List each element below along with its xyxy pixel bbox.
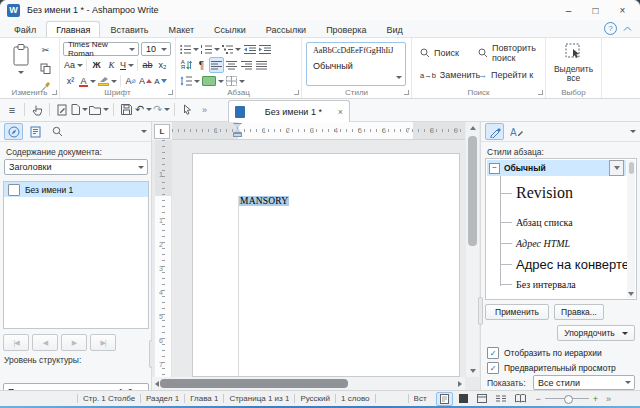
document-page[interactable]: MANSORY	[192, 153, 460, 377]
character-styles-icon[interactable]: A	[507, 123, 526, 140]
undo-button[interactable]: ↶	[135, 101, 152, 118]
item-checkbox[interactable]	[8, 184, 20, 196]
style-dropdown-button[interactable]	[609, 160, 624, 176]
styles-list-scrollbar[interactable]	[627, 160, 635, 298]
style-item[interactable]: Адрес на конверте	[500, 257, 629, 272]
content-filter-select[interactable]: Заголовки	[4, 159, 148, 175]
style-item[interactable]: Без интервала	[500, 279, 576, 290]
replace-button[interactable]: a→b Заменить	[420, 67, 480, 83]
vertical-ruler[interactable]: 1 1 2 3 4 5 6 7	[155, 140, 172, 377]
tab-file[interactable]: Файл	[4, 21, 46, 37]
align-right-button[interactable]	[239, 57, 254, 73]
copy-button[interactable]	[38, 60, 53, 76]
vertical-scroll-thumb[interactable]	[468, 136, 477, 246]
paste-button[interactable]	[8, 43, 34, 83]
list-item[interactable]: Без имени 1	[4, 182, 148, 197]
document-map-icon[interactable]	[26, 123, 45, 140]
select-all-button[interactable]: Выделитьвсе	[546, 43, 601, 83]
toolbar-more-icon[interactable]: »	[196, 101, 212, 118]
view-fullscreen-icon[interactable]	[455, 392, 472, 406]
preview-checkbox[interactable]: ✓	[487, 362, 499, 374]
pointer-tool-icon[interactable]	[179, 101, 195, 118]
bullet-list-button[interactable]	[179, 41, 200, 57]
touch-mode-icon[interactable]	[29, 101, 45, 118]
styles-options-chevron[interactable]	[630, 130, 636, 133]
selected-document-text[interactable]: MANSORY	[239, 196, 289, 206]
tab-review[interactable]: Проверка	[316, 21, 376, 37]
style-gallery[interactable]: AaBbCcDdEeFfGgHhIiJj Обычный	[306, 42, 406, 86]
paragraph-styles-list[interactable]: − Обычный Revision Абзац списка Адрес HT…	[485, 158, 637, 300]
superscript-button[interactable]: x²	[63, 73, 78, 89]
arrange-styles-button[interactable]: Упорядочить	[557, 325, 635, 341]
highlight-color-button[interactable]	[97, 73, 118, 89]
collapse-ribbon-icon[interactable]	[623, 26, 632, 32]
zoom-in-button[interactable]: +	[593, 394, 598, 404]
status-word-count[interactable]: 1 слово	[341, 394, 370, 403]
panel-options-chevron[interactable]	[141, 130, 147, 133]
close-button[interactable]: ×	[609, 1, 636, 20]
edit-style-button[interactable]: Правка...	[554, 304, 604, 320]
styles-scroll-down-icon[interactable]	[628, 292, 634, 296]
tab-home[interactable]: Главная	[46, 21, 100, 37]
document-canvas[interactable]: MANSORY	[172, 140, 465, 377]
paste-dropdown-chevron[interactable]	[18, 71, 24, 74]
apply-style-button[interactable]: Применить	[485, 304, 549, 320]
align-center-button[interactable]	[224, 57, 239, 73]
scroll-right-icon[interactable]	[455, 378, 465, 390]
numbered-list-button[interactable]	[200, 41, 221, 57]
navigator-compass-icon[interactable]	[4, 123, 23, 140]
tab-insert[interactable]: Вставить	[100, 21, 158, 37]
subscript-button[interactable]: x₂	[155, 57, 170, 73]
status-page[interactable]: Страница 1 из 1	[229, 394, 289, 403]
minimize-button[interactable]: –	[555, 1, 582, 20]
zoom-slider[interactable]	[545, 398, 589, 399]
indent-markers[interactable]	[232, 123, 244, 138]
tree-collapse-icon[interactable]: −	[489, 163, 500, 174]
show-formatting-marks-button[interactable]: ¶	[194, 57, 209, 73]
status-section[interactable]: Раздел 1	[146, 394, 179, 403]
horizontal-ruler[interactable]: 1 1 2 3 4 5 6 7 8 9	[172, 122, 465, 140]
zoom-out-button[interactable]: −	[536, 394, 541, 404]
main-menu-icon[interactable]: ≡	[4, 101, 20, 118]
hierarchy-checkbox-row[interactable]: ✓ Отобразить по иерархии	[487, 347, 602, 359]
preview-checkbox-row[interactable]: ✓ Предварительный просмотр	[487, 362, 616, 374]
nav-first-button[interactable]: |◀	[3, 334, 29, 351]
font-size-select[interactable]: 10	[141, 42, 171, 56]
style-gallery-chevron[interactable]	[396, 76, 402, 79]
nav-last-button[interactable]: ▶|	[90, 334, 116, 351]
tab-view[interactable]: Вид	[376, 21, 412, 37]
view-page-layout-icon[interactable]	[436, 392, 453, 406]
status-language[interactable]: Русский	[300, 394, 330, 403]
panel-search-icon[interactable]	[48, 123, 67, 140]
styles-dialog-launcher-icon[interactable]	[404, 90, 409, 95]
open-document-button[interactable]	[89, 101, 109, 118]
hierarchy-checkbox[interactable]: ✓	[487, 347, 499, 359]
change-case-button[interactable]: Aa	[63, 57, 84, 73]
paragraph-dialog-launcher-icon[interactable]	[294, 90, 299, 95]
shrink-font-button[interactable]: А	[153, 73, 168, 89]
vertical-scrollbar[interactable]	[466, 122, 479, 377]
paragraph-styles-icon[interactable]	[485, 123, 504, 140]
decrease-indent-button[interactable]	[242, 41, 257, 57]
help-icon[interactable]: ?	[604, 22, 617, 35]
tab-stop-selector[interactable]: L	[154, 124, 170, 139]
edit-mode-icon[interactable]	[54, 101, 70, 118]
horizontal-scroll-thumb[interactable]	[160, 379, 348, 388]
zoom-slider-knob[interactable]	[564, 395, 573, 404]
shading-button[interactable]	[201, 73, 225, 89]
align-left-button[interactable]	[209, 57, 224, 73]
underline-button[interactable]: Ч	[119, 57, 135, 73]
clear-formatting-button[interactable]: А⌀	[123, 73, 138, 89]
new-document-button[interactable]	[71, 101, 88, 118]
right-splitter-handle[interactable]	[478, 297, 483, 325]
tab-layout[interactable]: Макет	[159, 21, 204, 37]
sort-button[interactable]: АЯ	[179, 57, 194, 73]
borders-button[interactable]	[225, 73, 246, 89]
find-button[interactable]: Поиск	[420, 45, 480, 61]
strikethrough-button[interactable]: ab	[140, 57, 155, 73]
scroll-down-icon[interactable]	[466, 365, 479, 377]
maximize-button[interactable]: □	[582, 1, 609, 20]
tab-mailings[interactable]: Рассылки	[256, 21, 316, 37]
style-item[interactable]: Revision	[500, 184, 573, 202]
status-position[interactable]: Стр. 1 Столбец 1	[83, 394, 135, 403]
